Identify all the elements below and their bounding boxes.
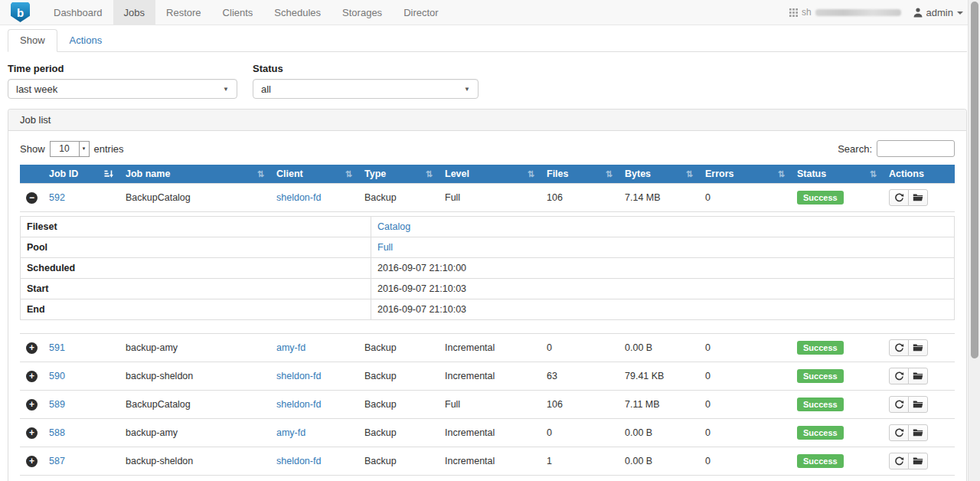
restore-files-button[interactable] [908, 189, 928, 206]
top-navbar: b DashboardJobsRestoreClientsSchedulesSt… [0, 0, 980, 25]
job-id-link[interactable]: 590 [49, 371, 65, 381]
detail-label: Fileset [21, 217, 371, 237]
col-header-bytes[interactable]: ⇅Bytes [619, 165, 699, 184]
folder-icon [913, 400, 923, 409]
detail-value-link[interactable]: Catalog [377, 221, 410, 232]
job-id-link[interactable]: 587 [49, 456, 65, 466]
grid-icon [789, 8, 798, 17]
rerun-job-button[interactable] [889, 339, 909, 356]
tab-actions[interactable]: Actions [57, 29, 115, 52]
client-link[interactable]: sheldon-fd [276, 456, 321, 466]
restore-files-button[interactable] [908, 368, 928, 384]
col-header-expand [20, 165, 43, 184]
job-list-panel: Job list Show 10 ▼ entries Search: [8, 109, 967, 481]
col-header-job-id[interactable]: Job ID [43, 165, 119, 184]
detail-value: 2016-09-07 21:10:00 [371, 258, 955, 279]
detail-row: Fileset Catalog [21, 217, 955, 237]
expand-row-icon[interactable]: + [26, 342, 38, 354]
col-label: Status [797, 169, 826, 179]
expand-row-icon[interactable]: + [26, 371, 38, 382]
rerun-job-button[interactable] [889, 396, 909, 413]
detail-label: End [21, 299, 371, 320]
scrollbar-thumb[interactable] [971, 2, 978, 358]
col-header-files[interactable]: ⇅Files [541, 165, 619, 184]
vertical-scrollbar[interactable] [968, 0, 980, 481]
nav-item-label: Clients [223, 7, 253, 18]
tab-show[interactable]: Show [8, 29, 57, 52]
sort-icon: ⇅ [257, 169, 264, 179]
col-header-errors[interactable]: ⇅Errors [699, 165, 791, 184]
expand-row-icon[interactable]: + [26, 399, 38, 411]
status-select[interactable]: all ▼ [253, 79, 479, 99]
status-label: Status [253, 63, 479, 74]
col-header-type[interactable]: ⇅Type [358, 165, 439, 184]
rerun-job-button[interactable] [889, 453, 909, 470]
expanded-detail-row: Fileset Catalog Pool Full Scheduled 2016… [20, 212, 955, 334]
col-label: Level [445, 169, 469, 179]
restore-files-button[interactable] [908, 396, 928, 413]
rerun-icon [894, 371, 904, 381]
chevron-down-icon: ▼ [79, 142, 89, 156]
detail-value: Full [371, 237, 955, 258]
expand-row-icon[interactable]: + [26, 456, 38, 467]
nav-item-label: Director [403, 7, 439, 18]
rerun-job-button[interactable] [889, 189, 909, 206]
status-badge: Success [797, 454, 844, 468]
job-type: Backup [364, 399, 397, 410]
detail-value-link[interactable]: Full [377, 242, 393, 253]
job-bytes: 0.00 B [625, 456, 652, 466]
job-type: Backup [364, 342, 397, 353]
job-type: Backup [364, 456, 397, 466]
restore-files-button[interactable] [908, 453, 928, 470]
search-label: Search: [838, 143, 872, 155]
nav-item-jobs[interactable]: Jobs [113, 0, 155, 25]
rerun-job-button[interactable] [889, 424, 909, 441]
job-level: Incremental [445, 342, 495, 353]
entries-select[interactable]: 10 ▼ [50, 141, 90, 157]
col-header-status[interactable]: ⇅Status [791, 165, 883, 184]
detail-row: Scheduled 2016-09-07 21:10:00 [21, 258, 955, 279]
folder-icon [913, 456, 923, 466]
table-row: + 591 backup-amy amy-fd Backup Increment… [20, 334, 955, 362]
col-header-client[interactable]: ⇅Client [270, 165, 358, 184]
expand-row-icon[interactable]: − [26, 192, 38, 204]
col-header-actions: Actions [883, 165, 955, 184]
nav-item-storages[interactable]: Storages [332, 0, 393, 25]
client-link[interactable]: sheldon-fd [276, 399, 321, 410]
rerun-job-button[interactable] [889, 368, 909, 384]
client-link[interactable]: sheldon-fd [276, 192, 321, 203]
nav-item-restore[interactable]: Restore [155, 0, 212, 25]
client-link[interactable]: amy-fd [276, 342, 305, 353]
expand-row-icon[interactable]: + [26, 427, 38, 439]
job-errors: 0 [705, 342, 710, 353]
col-header-level[interactable]: ⇅Level [439, 165, 541, 184]
job-id-link[interactable]: 592 [49, 192, 65, 203]
client-link[interactable]: sheldon-fd [276, 371, 321, 381]
rerun-icon [894, 428, 904, 438]
job-files: 106 [547, 399, 563, 410]
restore-files-button[interactable] [908, 339, 928, 356]
table-row: + 590 backup-sheldon sheldon-fd Backup I… [20, 362, 955, 391]
show-entries: Show 10 ▼ entries [20, 141, 124, 157]
entries-value: 10 [51, 142, 79, 156]
job-id-link[interactable]: 589 [49, 399, 65, 410]
page-container: Show Actions Time period last week ▼ Sta… [8, 29, 967, 481]
sort-icon: ⇅ [528, 169, 534, 179]
job-level: Incremental [445, 427, 495, 438]
nav-item-schedules[interactable]: Schedules [263, 0, 332, 25]
search-input[interactable] [877, 140, 955, 157]
nav-item-dashboard[interactable]: Dashboard [43, 0, 113, 25]
brand[interactable]: b [11, 0, 30, 25]
restore-files-button[interactable] [908, 424, 928, 441]
time-period-select[interactable]: last week ▼ [8, 79, 237, 99]
filters: Time period last week ▼ Status all ▼ [8, 63, 967, 99]
user-menu[interactable]: admin [913, 7, 963, 18]
job-level: Full [445, 399, 460, 410]
client-link[interactable]: amy-fd [276, 427, 305, 438]
tab-bar: Show Actions [8, 29, 967, 52]
job-id-link[interactable]: 588 [49, 427, 65, 438]
job-id-link[interactable]: 591 [49, 342, 65, 353]
col-header-job-name[interactable]: ⇅Job name [119, 165, 270, 184]
nav-item-clients[interactable]: Clients [212, 0, 264, 25]
nav-item-director[interactable]: Director [393, 0, 449, 25]
